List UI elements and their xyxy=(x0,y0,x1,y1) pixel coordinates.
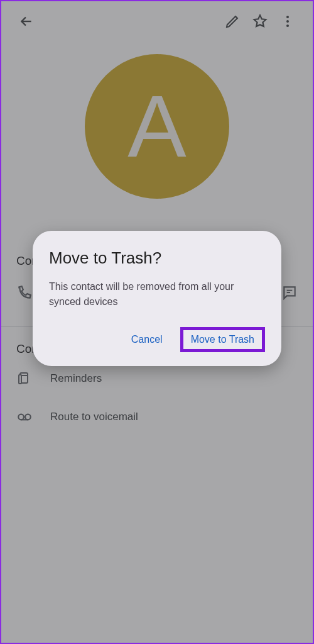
contact-detail-screen: A Contact info Mobile · Default Contact … xyxy=(1,1,313,643)
dialog-body: This contact will be removed from all yo… xyxy=(49,279,265,309)
move-to-trash-dialog: Move to Trash? This contact will be remo… xyxy=(33,231,281,366)
move-to-trash-button[interactable]: Move to Trash xyxy=(180,327,265,352)
cancel-button[interactable]: Cancel xyxy=(127,328,166,352)
dialog-actions: Cancel Move to Trash xyxy=(49,327,265,352)
dialog-title: Move to Trash? xyxy=(49,248,265,268)
